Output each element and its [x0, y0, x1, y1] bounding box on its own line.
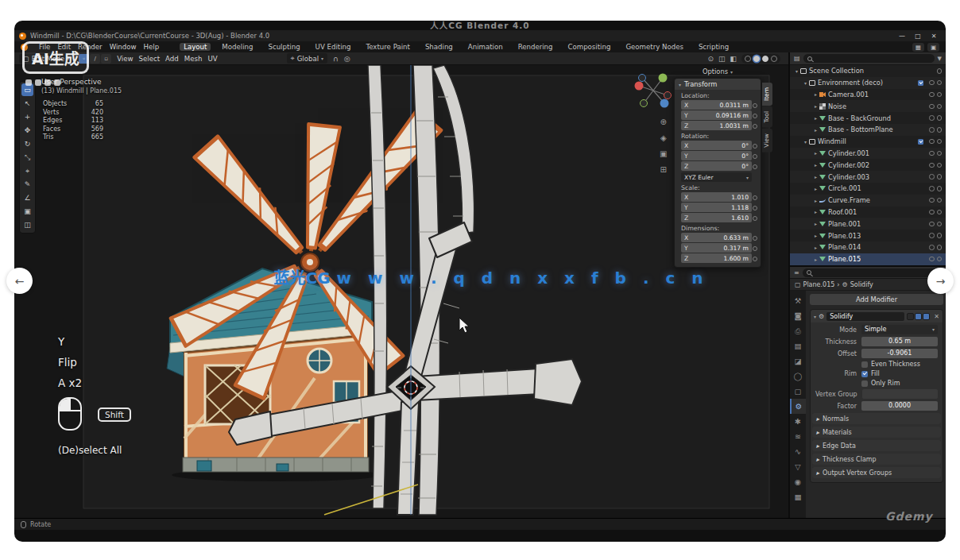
tab-texture-paint[interactable]: Texture Paint [362, 43, 413, 51]
menu-view[interactable]: View [117, 55, 133, 63]
render-toggle-icon[interactable] [937, 233, 943, 238]
rotation-y-field[interactable]: Y0° [681, 151, 752, 160]
hide-toggle-icon[interactable] [929, 151, 935, 156]
render-toggle-icon[interactable] [937, 245, 943, 250]
scale-z-field[interactable]: Z1.610 [681, 213, 752, 222]
scale-x-field[interactable]: X1.010 [681, 192, 752, 202]
render-toggle-icon[interactable] [937, 210, 943, 215]
even-thickness-checkbox[interactable] [861, 361, 868, 368]
tab-shading[interactable]: Shading [421, 43, 457, 51]
scale-y-field[interactable]: Y1.118 [681, 203, 752, 212]
hide-toggle-icon[interactable] [929, 186, 935, 191]
visibility-toggles[interactable] [929, 80, 942, 86]
dimensions-x-field[interactable]: X0.633 m [681, 233, 752, 242]
tab-object-data[interactable]: ▽ [790, 459, 806, 474]
editmode-toggle[interactable] [907, 313, 914, 320]
visibility-toggles[interactable] [929, 174, 942, 180]
tab-render[interactable]: ◙ [790, 308, 806, 323]
visibility-toggles[interactable] [929, 210, 942, 215]
render-toggle-icon[interactable] [937, 151, 943, 156]
expand-icon[interactable]: ▸ [812, 115, 819, 121]
outliner-row-selected[interactable]: ▸Plane.015 [790, 253, 946, 265]
zoom-icon[interactable]: ⊕ [660, 118, 667, 126]
menu-select[interactable]: Select [139, 55, 161, 63]
outliner-search-input[interactable] [803, 54, 935, 63]
expand-icon[interactable]: ▸ [812, 162, 819, 168]
hide-toggle-icon[interactable] [929, 198, 935, 203]
outliner-row[interactable]: ▸Noise [790, 100, 946, 112]
hide-toggle-icon[interactable] [929, 163, 935, 168]
section-normals[interactable]: ▸Normals [812, 413, 941, 424]
xray-icon[interactable]: ◧ [730, 55, 737, 63]
hide-toggle-icon[interactable] [929, 80, 935, 86]
section-thickness-clamp[interactable]: ▸Thickness Clamp [812, 454, 941, 465]
material-shading-icon[interactable] [762, 56, 768, 62]
properties-editor-icon[interactable]: ≡ [794, 269, 799, 276]
location-x-field[interactable]: X0.0311 m [681, 100, 752, 110]
outliner-row[interactable]: ▸Cylinder.001 [790, 148, 946, 160]
vertex-group-field[interactable] [862, 389, 938, 399]
tab-compositing[interactable]: Compositing [564, 43, 615, 51]
rotation-z-field[interactable]: Z0° [681, 161, 752, 171]
outliner-row[interactable]: ▸Roof.001 [790, 207, 946, 218]
edge-select-button[interactable]: ∕ [90, 54, 100, 64]
render-toggle-icon[interactable] [937, 163, 943, 168]
tool-annotate[interactable]: ✎ [21, 178, 33, 191]
expand-icon[interactable]: ▸ [812, 174, 819, 180]
tool-move[interactable]: ✥ [21, 124, 33, 137]
menu-add[interactable]: Add [165, 55, 179, 63]
axis-gizmo[interactable] [631, 68, 675, 116]
menu-uv[interactable]: UV [207, 55, 217, 63]
tab-material[interactable]: ◉ [790, 474, 806, 489]
hide-toggle-icon[interactable] [929, 257, 935, 262]
expand-icon[interactable]: ▸ [812, 103, 819, 109]
modifier-header[interactable]: ▾ ⚙ Solidify ✕ [811, 310, 943, 322]
tab-sculpting[interactable]: Sculpting [264, 43, 304, 51]
section-edge-data[interactable]: ▸Edge Data [812, 440, 941, 451]
collection-checkbox[interactable] [918, 139, 923, 145]
camera-view-icon[interactable]: ▣ [660, 149, 667, 158]
tab-item[interactable]: Item [762, 83, 772, 106]
hide-toggle-icon[interactable] [937, 68, 943, 74]
dimensions-y-field[interactable]: Y0.317 m [681, 243, 752, 253]
visibility-toggles[interactable] [929, 222, 942, 227]
hide-toggle-icon[interactable] [929, 210, 935, 215]
snap-magnet-icon[interactable]: ∩ [333, 55, 339, 63]
overlays-icon[interactable]: ◫ [718, 55, 726, 63]
tab-texture[interactable]: ▦ [790, 489, 806, 504]
tool-add-cube[interactable]: ▣ [21, 205, 33, 218]
maximize-button[interactable]: □ [911, 33, 925, 40]
expand-icon[interactable]: ▸ [812, 257, 819, 262]
render-toggle-icon[interactable] [937, 257, 943, 262]
location-y-field[interactable]: Y0.09116 m [681, 110, 752, 120]
menu-mesh[interactable]: Mesh [184, 55, 203, 63]
next-slide-button[interactable]: → [927, 268, 954, 294]
tool-cursor[interactable]: + [21, 110, 33, 123]
minimize-button[interactable]: — [895, 33, 909, 40]
tab-object[interactable]: ▢ [790, 384, 806, 399]
prev-slide-button[interactable]: ← [6, 268, 33, 294]
hide-toggle-icon[interactable] [929, 222, 935, 227]
expand-icon[interactable]: ▸ [812, 221, 819, 226]
offset-field[interactable]: -0.9061 [861, 349, 938, 358]
outliner-row[interactable]: ▸Base - BottomPlane [790, 124, 946, 136]
hide-toggle-icon[interactable] [929, 174, 935, 180]
render-toggle-icon[interactable] [937, 127, 943, 133]
outliner-row[interactable]: ▸Curve.Frame [790, 195, 946, 207]
fill-checkbox[interactable] [861, 371, 868, 377]
tool-tweak[interactable]: ↖ [21, 97, 33, 110]
dimensions-z-field[interactable]: Z1.600 m [681, 253, 752, 263]
tool-transform[interactable]: ⌖ [21, 164, 33, 177]
tab-world[interactable]: ◯ [790, 369, 806, 384]
rotation-mode-dropdown[interactable]: XYZ Euler▾ [681, 172, 752, 182]
expand-icon[interactable]: ▸ [812, 198, 819, 203]
expand-icon[interactable]: ▸ [812, 150, 819, 156]
add-modifier-button[interactable]: Add Modifier [810, 294, 943, 305]
visibility-toggles[interactable] [929, 163, 942, 168]
hide-toggle-icon[interactable] [929, 115, 935, 121]
tab-uv-editing[interactable]: UV Editing [312, 43, 355, 51]
visibility-toggles[interactable] [929, 115, 942, 121]
visibility-toggles[interactable] [929, 198, 942, 203]
section-materials[interactable]: ▸Materials [812, 427, 941, 438]
scene-selector[interactable]: ▦ [912, 43, 924, 52]
